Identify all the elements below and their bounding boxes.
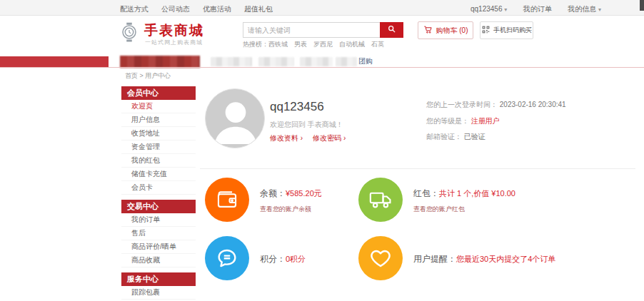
redacted-nav-item [211,57,252,66]
card-value: 共计 1 个,价值 ¥10.00 [439,189,515,198]
watch-logo-icon [119,21,140,43]
card-value: 您最近30天内提交了4个订单 [456,255,555,263]
hot-search-row: 热搜榜：西铁城男表罗西尼自动机械石英 [243,40,391,49]
card-title-row: 用户提醒：您最近30天内提交了4个订单 [413,252,555,265]
search-button[interactable] [380,22,403,38]
card-text-3: 用户提醒：您最近30天内提交了4个订单 [413,252,555,265]
sidebar-item[interactable]: 跟踪包裹 [121,286,196,300]
sidebar-menu: 会员中心欢迎页用户信息收货地址资金管理我的红包储值卡充值会员卡交易中心我的订单售… [121,86,196,301]
hot-word-0[interactable]: 西铁城 [268,40,288,49]
user-level-line: 您的等级是： 注册用户 [426,116,500,126]
sidebar-section-title: 交易中心 [121,200,196,213]
email-verify-line: 邮箱验证： 已验证 [426,132,485,142]
chevron-down-icon: ▾ [598,6,601,13]
qr-shop-button[interactable]: 手机扫码购买 [480,21,533,39]
sidebar-item[interactable]: 售后 [121,227,196,240]
topbar-my-orders-link[interactable]: 我的订单 [523,1,552,17]
sidebar-section-2: 服务中心跟踪包裹我的留言缺货登记 [121,272,196,301]
card-title-row: 红包：共计 1 个,价值 ¥10.00 [413,186,515,200]
topbar-my-info-label: 我的信息 [568,5,596,13]
summary-card-1: 红包：共计 1 个,价值 ¥10.00查看您的账户红包 [358,178,515,222]
profile-link-1[interactable]: 修改密码 › [313,134,346,142]
last-login-label: 您的上一次登录时间： [426,101,498,108]
cart-button[interactable]: 购物车 (0) [418,21,473,39]
profile-link-0[interactable]: 修改资料 › [270,134,303,142]
topbar-username: qq123456 [471,5,503,13]
topbar-links: 配送方式公司动态优惠活动超值礼包 [120,0,273,16]
hot-word-3[interactable]: 自动机械 [339,40,365,49]
card-title-row: 积分：0积分 [260,252,306,265]
topbar-my-info-menu[interactable]: 我的信息 ▾ [568,1,601,18]
search-input[interactable] [243,22,380,38]
last-login-value: 2023-02-16 20:30:41 [500,101,566,108]
nav-divider [0,67,644,68]
topbar-username-menu[interactable]: qq123456 ▾ [471,1,507,18]
hot-word-4[interactable]: 石英 [371,40,384,49]
qr-code-icon [481,24,490,37]
card-sub-link[interactable]: 查看您的账户红包 [413,205,515,214]
card-text-2: 积分：0积分 [260,252,306,265]
hot-search-label: 热搜榜： [243,41,268,48]
email-verify-value: 已验证 [464,133,485,141]
summary-card-3: 用户提醒：您最近30天内提交了4个订单 [358,236,555,280]
sidebar-item[interactable]: 欢迎页 [121,100,196,113]
user-level-value: 注册用户 [471,117,500,125]
sidebar-item[interactable]: 会员卡 [121,181,196,195]
card-title: 积分： [260,254,286,264]
nav-item-groupbuy[interactable]: 团购 [358,56,373,66]
sidebar-section-1: 交易中心我的订单售后商品评价/晒单商品收藏 [121,200,196,267]
heart-icon [358,236,403,280]
last-login-line: 您的上一次登录时间： 2023-02-16 20:30:41 [426,100,566,110]
breadcrumb[interactable]: 首页 > 用户中心 [125,71,171,81]
truck-icon [358,178,403,222]
cart-label: 购物车 (0) [436,26,468,36]
profile-username: qq123456 [270,100,324,114]
nav-red-bar [0,56,109,67]
site-slogan: 一站式网上购表商城 [145,39,203,46]
wallet-icon [205,178,249,222]
topbar-link-0[interactable]: 配送方式 [120,1,149,17]
qr-button-label: 手机扫码购买 [493,26,532,35]
summary-card-2: 积分：0积分 [205,236,306,280]
sidebar-item[interactable]: 储值卡充值 [121,168,196,181]
card-sub-link[interactable]: 查看您的账户余额 [260,205,322,214]
card-title: 用户提醒： [413,254,456,264]
topbar-link-2[interactable]: 优惠活动 [203,1,231,17]
chevron-down-icon: ▾ [504,6,507,13]
user-center-page: 配送方式公司动态优惠活动超值礼包 qq123456 ▾ 我的订单 我的信息 ▾ … [0,0,644,301]
sidebar-item[interactable]: 收货地址 [121,127,196,141]
site-title[interactable]: 手表商城 [144,21,204,40]
hot-word-1[interactable]: 男表 [294,40,307,49]
redacted-nav-item [336,57,357,66]
topbar-link-1[interactable]: 公司动态 [161,1,190,17]
sidebar-section-0: 会员中心欢迎页用户信息收货地址资金管理我的红包储值卡充值会员卡 [121,86,196,195]
sidebar-item[interactable]: 用户信息 [121,113,196,127]
category-menu-redacted [120,56,200,68]
sidebar-item[interactable]: 资金管理 [121,141,196,154]
sidebar-item[interactable]: 商品收藏 [121,254,196,267]
hot-word-2[interactable]: 罗西尼 [313,40,333,49]
card-value: ¥585.20元 [286,189,322,198]
section-divider [200,168,635,169]
card-title: 余额： [260,188,286,198]
welcome-text: 欢迎您回到 手表商城！ [270,120,343,130]
avatar[interactable] [205,88,265,148]
magnifier-icon [387,24,396,36]
sidebar-item[interactable]: 商品评价/晒单 [121,240,196,254]
card-title: 红包： [413,188,439,198]
topbar-account-links: qq123456 ▾ 我的订单 我的信息 ▾ [471,0,601,16]
redacted-nav-item [300,57,333,66]
top-utility-bar: 配送方式公司动态优惠活动超值礼包 qq123456 ▾ 我的订单 我的信息 ▾ [0,0,644,16]
scrollbar[interactable] [640,0,644,11]
card-title-row: 余额：¥585.20元 [260,186,322,200]
card-text-1: 红包：共计 1 个,价值 ¥10.00查看您的账户红包 [413,186,515,214]
search-box [243,22,403,38]
sidebar-section-title: 会员中心 [121,86,196,100]
sidebar-item[interactable]: 我的红包 [121,154,196,168]
person-icon [206,89,264,148]
topbar-link-3[interactable]: 超值礼包 [244,1,273,17]
card-text-0: 余额：¥585.20元查看您的账户余额 [260,186,322,214]
user-level-label: 您的等级是： [426,117,469,125]
card-value: 0积分 [286,255,306,263]
sidebar-item[interactable]: 我的订单 [121,213,196,227]
